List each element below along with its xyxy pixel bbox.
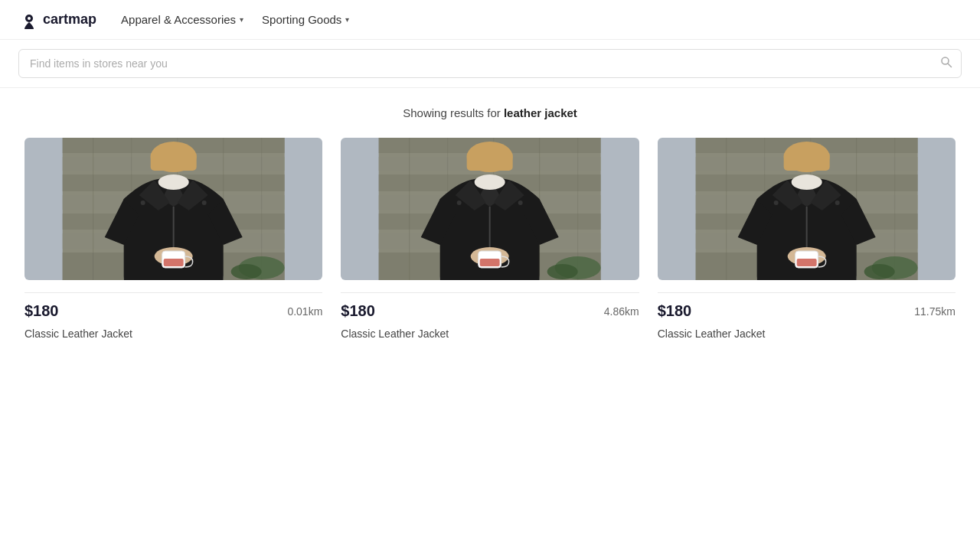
nav-item-apparel-label: Apparel & Accessories <box>121 13 236 26</box>
svg-rect-27 <box>151 152 197 171</box>
svg-point-74 <box>791 174 822 190</box>
logo-text: cartmap <box>43 11 96 28</box>
results-prefix: Showing results for <box>403 106 504 119</box>
product-card[interactable]: $180 4.86km Classic Leather Jacket <box>341 138 639 340</box>
results-query: leather jacket <box>504 106 577 119</box>
product-price: $180 <box>658 302 692 320</box>
product-card[interactable]: $180 0.01km Classic Leather Jacket <box>24 138 322 340</box>
product-card[interactable]: $180 11.75km Classic Leather Jacket <box>658 138 956 340</box>
svg-point-81 <box>864 264 894 279</box>
results-header: Showing results for leather jacket <box>24 106 956 119</box>
header: cartmap Apparel & Accessories ▾ Sporting… <box>0 0 980 40</box>
product-name: Classic Leather Jacket <box>658 328 956 340</box>
product-price: $180 <box>341 302 375 320</box>
svg-point-22 <box>158 174 189 190</box>
chevron-down-icon: ▾ <box>345 15 349 24</box>
results-section: Showing results for leather jacket <box>0 88 980 358</box>
svg-rect-79 <box>783 152 829 171</box>
svg-point-48 <box>475 174 505 190</box>
product-image <box>341 138 639 280</box>
svg-point-20 <box>141 201 145 205</box>
search-wrapper <box>18 49 962 78</box>
product-distance: 4.86km <box>604 305 639 318</box>
product-image <box>658 138 956 280</box>
product-image <box>24 138 322 280</box>
product-name: Classic Leather Jacket <box>24 328 322 340</box>
svg-point-47 <box>518 201 523 205</box>
product-meta: $180 4.86km <box>341 302 639 320</box>
nav-item-sporting-label: Sporting Goods <box>262 13 341 26</box>
svg-rect-77 <box>796 259 816 266</box>
svg-point-21 <box>202 201 207 205</box>
product-distance: 11.75km <box>914 305 956 318</box>
search-input[interactable] <box>18 49 962 78</box>
product-divider <box>658 292 956 293</box>
product-divider <box>24 292 322 293</box>
svg-point-29 <box>231 264 262 279</box>
nav-item-sporting[interactable]: Sporting Goods ▾ <box>262 13 349 26</box>
product-meta: $180 0.01km <box>24 302 322 320</box>
product-price: $180 <box>24 302 59 320</box>
svg-rect-51 <box>480 259 500 266</box>
logo[interactable]: cartmap <box>18 9 96 31</box>
chevron-down-icon: ▾ <box>240 15 243 24</box>
product-name: Classic Leather Jacket <box>341 328 639 340</box>
svg-rect-25 <box>164 259 184 266</box>
svg-point-1 <box>28 17 31 20</box>
svg-point-46 <box>457 201 462 205</box>
svg-point-72 <box>773 201 778 205</box>
svg-point-73 <box>835 201 839 205</box>
product-divider <box>341 292 639 293</box>
logo-icon <box>18 9 40 31</box>
svg-point-55 <box>547 264 578 279</box>
product-meta: $180 11.75km <box>658 302 956 320</box>
nav-item-apparel[interactable]: Apparel & Accessories ▾ <box>121 13 243 26</box>
nav: Apparel & Accessories ▾ Sporting Goods ▾ <box>121 13 349 26</box>
svg-rect-53 <box>467 152 513 171</box>
search-container <box>0 40 980 88</box>
product-distance: 0.01km <box>287 305 322 318</box>
product-grid: $180 0.01km Classic Leather Jacket <box>24 138 956 340</box>
